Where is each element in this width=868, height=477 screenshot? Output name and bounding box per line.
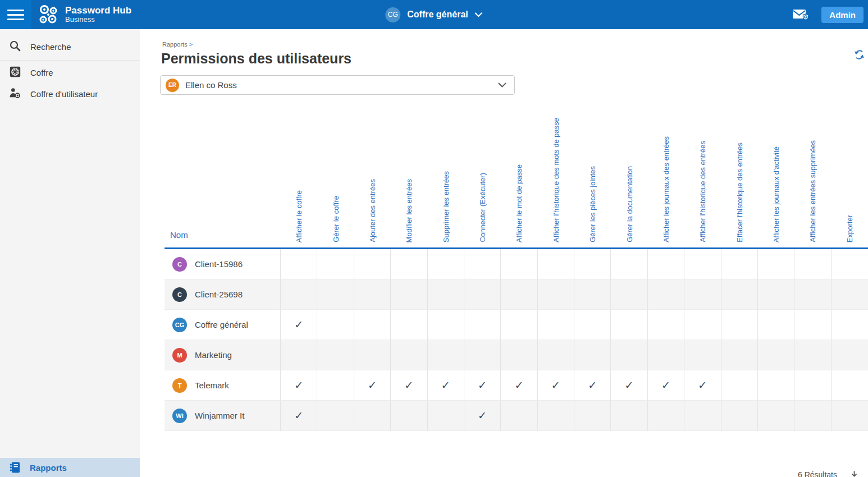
- permission-cell: [391, 279, 427, 310]
- permission-cell: [611, 310, 647, 340]
- permission-cell: [832, 310, 868, 340]
- results-count: 6 Résultats: [798, 470, 837, 477]
- permission-cell: [684, 249, 721, 279]
- matrix-column-header: Afficher les journaux d'activité: [758, 101, 794, 247]
- permission-cell: [538, 401, 574, 431]
- permission-cell: ✓: [464, 370, 501, 401]
- avatar: T: [172, 378, 187, 393]
- chevron-down-icon: [475, 12, 483, 17]
- permission-cell: [354, 310, 391, 340]
- sidebar-item-coffre-d-utilisateur[interactable]: Coffre d'utilisateur: [0, 83, 140, 104]
- top-bar: Password Hub Business CG Coffre général …: [0, 0, 868, 29]
- table-row-name: WIWinjammer It: [165, 401, 281, 431]
- refresh-icon[interactable]: [854, 49, 865, 62]
- matrix-column-header: Afficher l'historique des mots de passe: [538, 101, 574, 247]
- check-icon: ✓: [478, 409, 487, 422]
- check-icon: ✓: [478, 379, 487, 392]
- permission-cell: [391, 249, 427, 279]
- matrix-column-header: Afficher les entrées supprimées: [794, 101, 831, 247]
- permission-cell: [721, 370, 758, 401]
- permission-cell: [464, 310, 501, 340]
- permission-cell: [832, 401, 868, 431]
- check-icon: ✓: [588, 379, 597, 392]
- permission-cell: [501, 310, 537, 340]
- chevron-down-icon: [498, 82, 506, 88]
- matrix-column-header: Gérer les pièces jointes: [574, 101, 611, 247]
- table-row-name: CClient-15986: [165, 249, 281, 279]
- permission-cell: [648, 279, 684, 310]
- permission-cell: [611, 249, 647, 279]
- permission-cell: [832, 340, 868, 370]
- sidebar-item-rapports[interactable]: Rapports: [0, 458, 140, 477]
- hamburger-menu-icon[interactable]: [0, 0, 31, 29]
- permission-cell: [648, 340, 684, 370]
- check-icon: ✓: [294, 409, 303, 422]
- matrix-column-header: Afficher le coffre: [281, 101, 317, 247]
- permission-cell: [684, 401, 721, 431]
- permission-cell: [538, 279, 574, 310]
- sidebar-item-label: Rapports: [30, 463, 67, 473]
- permission-cell: [574, 310, 611, 340]
- permission-cell: [648, 401, 684, 431]
- permission-cell: [501, 340, 537, 370]
- results-bar: 6 Résultats: [165, 459, 868, 477]
- sidebar-item-label: Coffre d'utilisateur: [30, 89, 98, 99]
- permission-cell: [721, 279, 758, 310]
- permission-cell: [574, 401, 611, 431]
- permission-cell: [354, 279, 391, 310]
- permission-cell: [684, 279, 721, 310]
- breadcrumb[interactable]: Rapports>: [162, 41, 193, 48]
- permission-cell: [832, 249, 868, 279]
- permission-cell: [574, 279, 611, 310]
- permission-cell: ✓: [281, 401, 317, 431]
- permission-cell: [317, 340, 354, 370]
- table-row-name: CClient-25698: [165, 279, 281, 310]
- permission-cell: [428, 401, 464, 431]
- permission-cell: [317, 279, 354, 310]
- matrix-column-header: Exporter: [832, 101, 868, 247]
- user-select-dropdown[interactable]: ER Ellen co Ross: [160, 75, 515, 95]
- permission-cell: [721, 249, 758, 279]
- permission-cell: [794, 340, 831, 370]
- permission-cell: [832, 370, 868, 401]
- permission-cell: [758, 370, 794, 401]
- permission-cell: ✓: [391, 370, 427, 401]
- permission-cell: ✓: [611, 370, 647, 401]
- permission-cell: ✓: [648, 370, 684, 401]
- matrix-column-header: Modifier les entrées: [391, 101, 427, 247]
- matrix-column-header: Gérer la documentation: [611, 101, 647, 247]
- permission-cell: [354, 401, 391, 431]
- avatar: M: [172, 348, 187, 363]
- permission-cell: ✓: [574, 370, 611, 401]
- permission-cell: [574, 249, 611, 279]
- column-header-nom[interactable]: Nom: [165, 101, 281, 247]
- permission-cell: [794, 279, 831, 310]
- permission-cell: [758, 401, 794, 431]
- permission-cell: [428, 279, 464, 310]
- search-icon: [9, 40, 21, 54]
- permission-cell: [794, 310, 831, 340]
- sidebar-item-recherche[interactable]: Recherche: [0, 36, 140, 57]
- permission-cell: [317, 310, 354, 340]
- check-icon: ✓: [698, 379, 707, 392]
- check-icon: ✓: [404, 379, 413, 392]
- vault-switcher[interactable]: CG Coffre général: [385, 0, 482, 29]
- permission-cell: [721, 310, 758, 340]
- permission-cell: [281, 279, 317, 310]
- topbar-actions: Admin: [792, 0, 864, 29]
- sidebar: RechercheCoffreCoffre d'utilisateur Rapp…: [0, 29, 140, 477]
- permission-cell: [317, 249, 354, 279]
- permission-cell: [501, 401, 537, 431]
- permission-cell: [794, 370, 831, 401]
- permission-cell: [721, 401, 758, 431]
- permission-cell: [538, 340, 574, 370]
- matrix-column-header: Ajouter des entrées: [354, 101, 391, 247]
- permission-cell: ✓: [538, 370, 574, 401]
- sidebar-item-coffre[interactable]: Coffre: [0, 62, 140, 83]
- avatar: C: [172, 257, 187, 272]
- app-subtitle: Business: [65, 16, 131, 24]
- download-icon[interactable]: [849, 470, 859, 477]
- mail-shield-icon[interactable]: [792, 8, 809, 21]
- user-vault-icon: [9, 87, 21, 101]
- admin-button[interactable]: Admin: [821, 7, 864, 23]
